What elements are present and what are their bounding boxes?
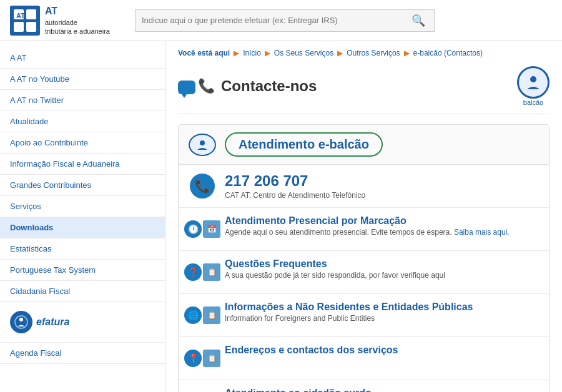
sidebar-item-youtube[interactable]: A AT no Youtube: [0, 69, 165, 90]
service-row-questoes: ❓ 📋 Questões Frequentes A sua questão po…: [179, 251, 549, 294]
sidebar-item-grandes[interactable]: Grandes Contribuintes: [0, 175, 165, 196]
pin-icon: 📍: [184, 350, 202, 367]
layout: A AT A AT no Youtube A AT no Twitter Atu…: [0, 41, 562, 392]
svg-point-9: [200, 140, 205, 145]
phone-circle-icon: 📞: [190, 174, 215, 198]
svg-text:AT: AT: [16, 12, 25, 19]
presencial-link[interactable]: Saiba mais aqui.: [454, 228, 510, 237]
search-area[interactable]: 🔍: [135, 9, 435, 32]
questoes-title[interactable]: Questões Frequentes: [225, 258, 327, 269]
globe-icon: 🌐: [184, 306, 202, 324]
efatura-label: efatura: [36, 316, 69, 328]
residentes-content: Informações a Não Residentes e Entidades…: [225, 301, 539, 323]
service-row-presencial: 🕐 📅 Atendimento Presencial por Marcação …: [179, 208, 549, 251]
sidebar-item-portuguese[interactable]: Portuguese Tax System: [0, 260, 165, 281]
enderecos-rect-icon: 📋: [203, 350, 220, 367]
residentes-sub: Information for Foreigners and Public En…: [225, 314, 539, 323]
sidebar: A AT A AT no Youtube A AT no Twitter Atu…: [0, 41, 165, 392]
content-box: Atendimento e-balcão 📞 217 206 707 CAT A…: [178, 124, 550, 392]
surdo-icon: 🦻 📋: [189, 388, 216, 392]
questoes-rect-icon: 📋: [203, 263, 220, 281]
clock-calendar-icon: 🕐 📅: [184, 220, 220, 238]
pin-icon-group: 📍 📋: [184, 350, 220, 367]
service-row-phone: 📞 217 206 707 CAT AT: Centro de Atendime…: [179, 165, 549, 208]
enderecos-icon: 📍 📋: [189, 345, 216, 372]
breadcrumb-arrow-1: ▶: [234, 49, 239, 57]
ebalcao-logo: balcão: [517, 66, 550, 106]
page-title-area: 📞 Contacte-nos: [178, 77, 317, 95]
breadcrumb: Você está aqui ▶ Início ▶ Os Seus Serviç…: [178, 49, 550, 57]
service-row-surdo: 🦻 📋 Atendimento ao cidadão surdo: [179, 380, 549, 392]
presencial-title[interactable]: Atendimento Presencial por Marcação: [225, 215, 407, 226]
contacte-nos-icon: 📞: [178, 78, 215, 94]
chat-bubble-icon: [178, 81, 195, 94]
logo-sub1: autoridade: [45, 18, 110, 27]
sidebar-item-estatisticas[interactable]: Estatísticas: [0, 238, 165, 260]
service-row-enderecos: 📍 📋 Endereços e contactos dos serviços: [179, 337, 549, 380]
presencial-icon: 🕐 📅: [189, 215, 216, 243]
svg-rect-2: [26, 9, 36, 19]
sidebar-item-twitter[interactable]: A AT no Twitter: [0, 90, 165, 111]
breadcrumb-prefix: Você está aqui: [178, 49, 230, 57]
svg-rect-4: [26, 22, 36, 32]
sidebar-item-cidadania[interactable]: Cidadania Fiscal: [0, 281, 165, 302]
efatura-circle-icon: [10, 311, 32, 333]
breadcrumb-arrow-4: ▶: [404, 49, 410, 57]
ebalcao-label: balcão: [523, 99, 543, 106]
efatura-logo[interactable]: efatura: [0, 302, 165, 343]
sidebar-item-downloads[interactable]: Downloads: [0, 217, 165, 238]
presencial-sub: Agende aqui o seu atendimento presencial…: [225, 228, 539, 237]
enderecos-content: Endereços e contactos dos serviços: [225, 345, 539, 356]
residentes-title[interactable]: Informações a Não Residentes e Entidades…: [225, 301, 473, 312]
breadcrumb-current: e-balcão (Contactos): [413, 49, 483, 57]
sidebar-item-servicos[interactable]: Serviços: [0, 196, 165, 217]
svg-point-8: [530, 76, 536, 82]
svg-rect-3: [14, 22, 24, 32]
questoes-content: Questões Frequentes A sua questão pode j…: [225, 258, 539, 280]
logo-text: AT autoridade tributária e aduaneira: [45, 5, 110, 36]
breadcrumb-os-seus[interactable]: Os Seus Serviços: [274, 49, 333, 57]
residentes-rect-icon: 📋: [203, 306, 220, 324]
surdo-title[interactable]: Atendimento ao cidadão surdo: [225, 388, 372, 392]
enderecos-title[interactable]: Endereços e contactos dos serviços: [225, 345, 398, 355]
phone-number: 217 206 707: [225, 172, 539, 190]
breadcrumb-outros[interactable]: Outros Serviços: [347, 49, 400, 57]
questoes-icon: ❓ 📋: [189, 258, 216, 286]
sidebar-item-atualidade[interactable]: Atualidade: [0, 111, 165, 132]
breadcrumb-arrow-3: ▶: [337, 49, 343, 57]
atendimento-title: Atendimento e-balcão: [239, 137, 369, 151]
surdo-content: Atendimento ao cidadão surdo: [225, 388, 539, 392]
phone-icon: 📞: [198, 78, 215, 94]
presencial-content: Atendimento Presencial por Marcação Agen…: [225, 215, 539, 237]
search-input[interactable]: [142, 16, 409, 25]
questoes-sub: A sua questão pode já ter sido respondid…: [225, 271, 539, 280]
main-content: Você está aqui ▶ Início ▶ Os Seus Serviç…: [165, 41, 562, 392]
ebalcao-small-icon: [189, 134, 216, 156]
header: AT AT autoridade tributária e aduaneira …: [0, 0, 562, 41]
atendimento-header: Atendimento e-balcão: [179, 125, 549, 165]
globe-icon-group: 🌐 📋: [184, 306, 220, 324]
phone-service-icon: 📞: [189, 172, 216, 200]
ebalcao-circle-icon: [517, 66, 550, 99]
clock-icon: 🕐: [184, 220, 202, 238]
logo-area: AT AT autoridade tributária e aduaneira: [10, 5, 122, 36]
logo-sub2: tributária e aduaneira: [45, 27, 110, 36]
phone-service-content: 217 206 707 CAT AT: Centro de Atendiment…: [225, 172, 539, 200]
question-mark-icon: ❓: [184, 263, 202, 281]
logo-at-bold: AT: [45, 5, 110, 18]
sidebar-item-a-at[interactable]: A AT: [0, 47, 165, 69]
sidebar-item-apoio[interactable]: Apoio ao Contribuinte: [0, 132, 165, 154]
atendimento-oval: Atendimento e-balcão: [225, 132, 383, 157]
breadcrumb-inicio[interactable]: Início: [243, 49, 261, 57]
question-icon-group: ❓ 📋: [184, 263, 220, 281]
sidebar-item-agenda[interactable]: Agenda Fiscal: [0, 343, 165, 364]
phone-sub: CAT AT: Centro de Atendimento Telefónico: [225, 191, 539, 200]
search-button[interactable]: 🔍: [409, 14, 428, 27]
residentes-icon: 🌐 📋: [189, 301, 216, 329]
calendar-icon: 📅: [203, 220, 220, 238]
breadcrumb-arrow-2: ▶: [265, 49, 270, 57]
sidebar-item-informacao[interactable]: Informação Fiscal e Aduaneira: [0, 154, 165, 175]
at-logo-icon: AT: [10, 6, 40, 36]
page-header: 📞 Contacte-nos balcão: [178, 66, 550, 114]
svg-point-7: [19, 318, 23, 321]
